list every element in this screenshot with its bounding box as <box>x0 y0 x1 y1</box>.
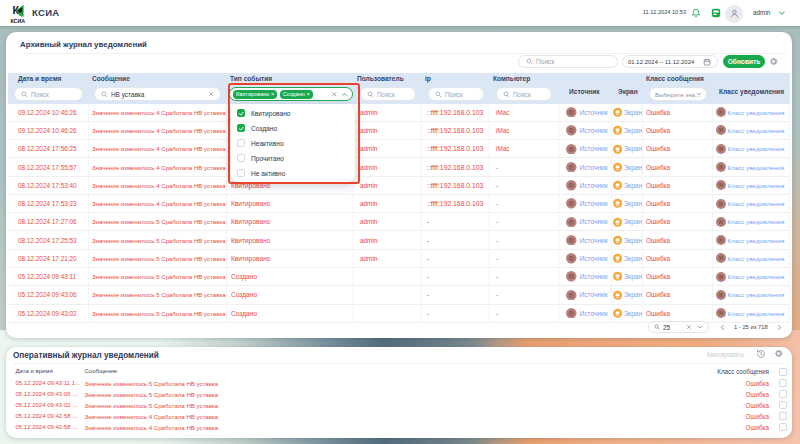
svg-text:КСИА: КСИА <box>11 18 26 24</box>
